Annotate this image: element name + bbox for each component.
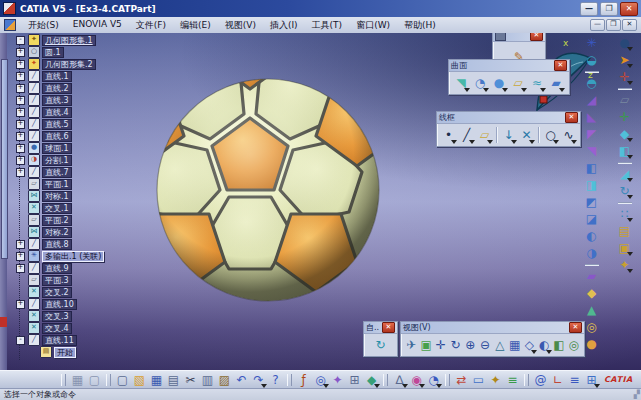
projection-icon[interactable]: ↓ [500,126,517,144]
menu-item-4[interactable]: 视图(V) [218,18,263,33]
tree-scrollbar-thumb[interactable] [1,59,8,259]
menu-item-5[interactable]: 插入(I) [263,18,305,33]
dropdown-arrow-icon[interactable] [594,384,600,388]
pan-icon[interactable]: ✛ [434,336,449,354]
measure-icon[interactable]: ∆ [391,372,408,388]
plane-icon[interactable]: ▱ [476,126,493,144]
tree-item-6[interactable]: +╱直线.4 [8,106,158,118]
tree-expander-icon[interactable]: + [16,96,25,105]
tree-expander-icon[interactable]: + [16,48,25,57]
tree-expander-icon[interactable]: + [16,240,25,249]
dropdown-arrow-icon[interactable] [627,195,633,199]
child-close-button[interactable]: ✕ [622,19,637,31]
cut-icon[interactable]: ✂ [182,372,199,388]
tree-item-22[interactable]: +╱直线.10 [8,298,158,310]
tree-expander-icon[interactable]: + [16,156,25,165]
operations-toolbar[interactable]: ✳◒◓◢◣◤◥◧◨◩◪◐◑▰◆▲◎● [583,35,600,352]
dropdown-arrow-icon[interactable] [529,140,535,144]
zoom-in-icon[interactable]: ⊕ [463,336,478,354]
tree-item-19[interactable]: +╱直线.9 [8,262,158,274]
wireframe-toolbar[interactable]: 线框 ✕ •╱▱↓✕○∿ [436,111,581,147]
tree-item-label[interactable]: 交叉.4 [42,323,72,334]
toolbar-grip[interactable] [383,374,388,386]
tree-structure-icon[interactable]: ≡ [566,372,583,388]
menu-item-6[interactable]: 工具(T) [305,18,350,33]
tree-item-label[interactable]: 分割.1 [42,155,72,166]
tree-item-14[interactable]: ✕交叉.1 [8,202,158,214]
toolbar-grip[interactable] [287,374,292,386]
tree-expander-icon[interactable]: + [16,120,25,129]
affinity-icon[interactable]: ▰ [583,268,600,284]
tree-expander-icon[interactable]: + [16,144,25,153]
point-icon[interactable]: • [440,126,457,144]
intersection-icon[interactable]: ✕ [518,126,535,144]
zoom-out-icon[interactable]: ⊖ [478,336,493,354]
undo-icon[interactable]: ↶ [233,372,250,388]
mini-toolbar[interactable]: 自.. ✕ ↻ [363,321,398,357]
tree-expander-icon[interactable]: - [16,36,25,45]
render-style-icon[interactable]: ◐ [537,336,552,354]
tree-item-label[interactable]: 直线.5 [42,119,72,130]
new-window-icon[interactable]: ▢ [86,372,103,388]
dropdown-arrow-icon[interactable] [627,64,633,68]
tree-item-label[interactable]: 直线.7 [42,167,72,178]
dropdown-arrow-icon[interactable] [487,140,493,144]
tree-expander-icon[interactable]: - [16,336,25,345]
dropdown-arrow-icon[interactable] [483,88,489,92]
snap-icon[interactable]: ✛ [616,69,633,85]
tree-item-label[interactable]: 交叉.3 [42,311,72,322]
dropdown-arrow-icon[interactable] [511,140,517,144]
tree-scrollbar[interactable] [0,33,7,370]
help-icon[interactable]: ? [267,372,284,388]
tree-item-label[interactable]: 平面.1 [42,179,72,190]
dropdown-arrow-icon[interactable] [571,140,577,144]
surface-a-icon[interactable]: ◆ [616,126,633,142]
close-button[interactable]: ✕ [620,2,638,16]
tree-item-13[interactable]: ⋈对称.1 [8,190,158,202]
tree-expander-icon[interactable]: + [16,60,25,69]
tree-item-label[interactable]: 直线.3 [42,95,72,106]
circle-icon[interactable]: ○ [542,126,559,144]
tree-item-label[interactable]: 直线.1 [42,71,72,82]
menu-item-7[interactable]: 窗口(W) [349,18,397,33]
tree-item-label[interactable]: 平面.2 [42,215,72,226]
tree-item-24[interactable]: ✕交叉.4 [8,322,158,334]
menu-item-3[interactable]: 编辑(E) [173,18,218,33]
tree-item-1[interactable]: +○圆.1 [8,46,158,58]
surface-c-icon[interactable]: ◢ [616,166,633,182]
tree-item-2[interactable]: +✦几何图形集.2 [8,58,158,70]
tree-item-label[interactable]: 交叉.1 [42,203,72,214]
offset-surface-icon[interactable]: ▱ [509,74,527,92]
dropdown-arrow-icon[interactable] [627,178,633,182]
sphere-surface-icon[interactable]: ● [490,74,508,92]
toolbar-grip[interactable] [106,374,111,386]
redo-icon[interactable]: ↷ [250,372,267,388]
open-folder-icon[interactable]: ▧ [131,372,148,388]
tree-item-25[interactable]: -╱直线.11 [8,334,158,346]
tree-item-4[interactable]: +╱直线.2 [8,82,158,94]
dropdown-arrow-icon[interactable] [464,88,470,92]
select-pointer-icon[interactable]: ➤ [616,52,633,68]
boundary-icon[interactable]: ◤ [583,126,600,142]
tree-expander-icon[interactable]: + [16,72,25,81]
update-icon[interactable]: ↻ [372,336,390,354]
split-icon[interactable]: ◢ [583,92,600,108]
healing-icon[interactable]: ◒ [583,52,600,68]
tree-item-0[interactable]: -✦几何图形集.1 [8,34,158,46]
menu-item-0[interactable]: 开始(S) [21,18,66,33]
tools-toolbar[interactable]: ●➤✛▱✛◆◧◢↻∷▤▣✦ [616,35,633,273]
normal-view-icon[interactable]: △ [493,336,508,354]
tree-expander-icon[interactable]: + [16,132,25,141]
axis-icon[interactable]: ∟ [549,372,566,388]
rotate-icon[interactable]: ↻ [448,336,463,354]
tree-item-5[interactable]: +╱直线.3 [8,94,158,106]
untrim-icon[interactable]: ◓ [583,75,600,91]
tree-item-10[interactable]: +◑分割.1 [8,154,158,166]
surface-b-icon[interactable]: ◧ [616,143,633,159]
tree-item-label[interactable]: 多输出.1 (关联) [42,251,104,262]
surfaces-toolbar[interactable]: 曲面 ✕ ◥◔●▱≈▰ [448,59,570,95]
child-restore-button[interactable]: ❐ [606,19,621,31]
close-icon[interactable]: ✕ [530,33,543,41]
key-icon[interactable]: ✦ [487,372,504,388]
dropdown-arrow-icon[interactable] [502,88,508,92]
